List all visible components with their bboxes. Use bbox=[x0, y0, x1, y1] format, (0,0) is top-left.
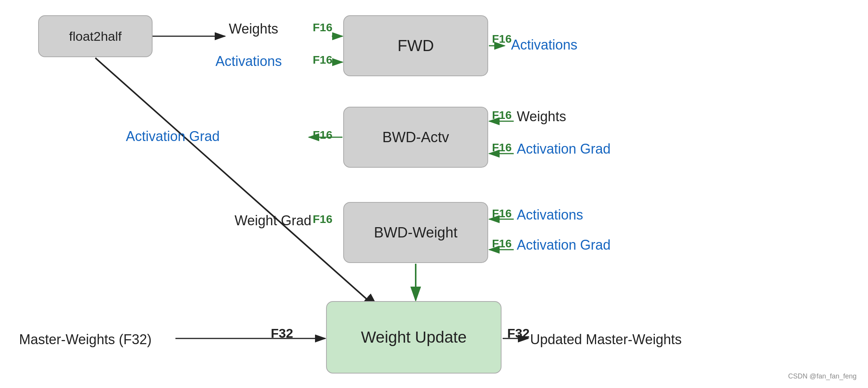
f16-bwd-weight-a-label: F16 bbox=[492, 207, 512, 220]
bwd-actv-box: BWD-Actv bbox=[343, 107, 488, 168]
float2half-box: float2half bbox=[38, 15, 153, 57]
activation-grad-input-bwd-label: Activation Grad bbox=[517, 141, 611, 157]
bwd-weight-box: BWD-Weight bbox=[343, 202, 488, 263]
f16-weights-label: F16 bbox=[313, 21, 333, 34]
activations-output-fwd-label: Activations bbox=[511, 37, 577, 53]
f16-bwd-weight-out-label: F16 bbox=[313, 213, 333, 226]
weight-update-label: Weight Update bbox=[361, 328, 466, 346]
weight-update-box: Weight Update bbox=[326, 301, 502, 374]
f16-output-fwd-label: F16 bbox=[492, 32, 512, 45]
f16-bwd-actv-out-label: F16 bbox=[313, 128, 333, 141]
svg-line-15 bbox=[95, 58, 378, 309]
f32-in-label: F32 bbox=[271, 326, 293, 341]
float2half-label: float2half bbox=[69, 29, 122, 44]
f16-bwd-actv-ag-label: F16 bbox=[492, 141, 512, 154]
diagram: float2half FWD BWD-Actv BWD-Weight Weigh… bbox=[0, 0, 868, 388]
fwd-label: FWD bbox=[397, 37, 434, 55]
fwd-box: FWD bbox=[343, 15, 488, 76]
weight-grad-label: Weight Grad bbox=[235, 213, 311, 229]
bwd-weight-label: BWD-Weight bbox=[374, 224, 458, 241]
activations-bwd-weight-label: Activations bbox=[517, 207, 583, 223]
updated-master-weights-label: Updated Master-Weights bbox=[530, 332, 682, 348]
watermark: CSDN @fan_fan_feng bbox=[788, 372, 857, 380]
bwd-actv-label: BWD-Actv bbox=[382, 129, 449, 146]
activation-grad-output-bwd-label: Activation Grad bbox=[126, 128, 220, 144]
activations-input-fwd-label: Activations bbox=[215, 53, 282, 69]
f16-activations-fwd-label: F16 bbox=[313, 53, 333, 66]
weights-input-label: Weights bbox=[229, 21, 278, 37]
master-weights-label: Master-Weights (F32) bbox=[19, 332, 151, 348]
f16-bwd-actv-w-label: F16 bbox=[492, 109, 512, 122]
weights-bwd-label: Weights bbox=[517, 109, 566, 125]
f16-bwd-weight-ag-label: F16 bbox=[492, 237, 512, 250]
activation-grad-bwd-weight-label: Activation Grad bbox=[517, 237, 611, 253]
f32-out-label: F32 bbox=[507, 326, 530, 341]
